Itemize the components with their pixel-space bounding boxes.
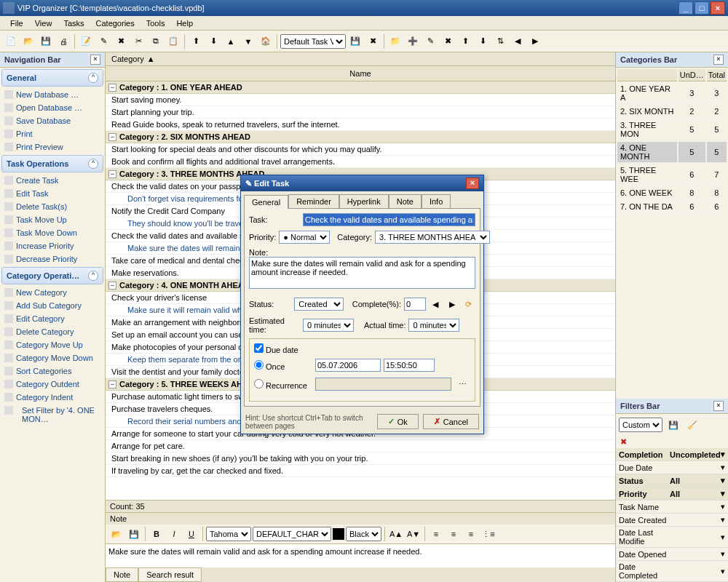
- nav-item[interactable]: Category Move Down: [0, 351, 105, 364]
- task-row[interactable]: Arrange for pet care.: [106, 440, 615, 453]
- complete-up-icon[interactable]: ▶: [446, 296, 459, 312]
- menu-help[interactable]: Help: [170, 17, 199, 29]
- status-select[interactable]: Created: [294, 298, 343, 311]
- nav-filter-item[interactable]: Set Filter by '4. ONE MON…: [0, 404, 105, 426]
- align-left-icon[interactable]: ≡: [428, 526, 444, 542]
- font-smaller-icon[interactable]: A▼: [405, 526, 422, 542]
- taskview-select[interactable]: Default Task V: [280, 34, 346, 49]
- priority-select[interactable]: ● Normal: [279, 231, 330, 244]
- collapse-icon[interactable]: −: [108, 282, 116, 290]
- navbar-pin-icon[interactable]: ×: [90, 55, 100, 65]
- sort-cat-icon[interactable]: ⇅: [492, 33, 508, 49]
- filter-row[interactable]: PriorityAll▾: [616, 487, 728, 501]
- filter-row[interactable]: Date Last Modifie▾: [616, 527, 728, 548]
- complete-down-icon[interactable]: ◀: [429, 296, 443, 312]
- delete-cat-icon[interactable]: ✖: [440, 33, 456, 49]
- collapse-icon[interactable]: −: [108, 170, 116, 178]
- nav-item[interactable]: Save Database: [0, 114, 105, 127]
- maximize-button[interactable]: □: [695, 1, 709, 15]
- italic-icon[interactable]: I: [166, 526, 182, 542]
- recurrence-input[interactable]: [315, 378, 451, 391]
- nav-item[interactable]: Delete Category: [0, 325, 105, 338]
- nav-item[interactable]: Category Move Up: [0, 338, 105, 351]
- cat-down-icon[interactable]: ⬇: [475, 33, 491, 49]
- category-list-row[interactable]: 4. ONE MONTH55: [617, 142, 727, 163]
- esttime-select[interactable]: 0 minutes: [303, 319, 354, 332]
- nav-section-catops[interactable]: Category Operati…^: [1, 267, 103, 284]
- new-cat-icon[interactable]: 📁: [387, 33, 403, 49]
- collapse-icon[interactable]: −: [108, 380, 116, 388]
- filter-row[interactable]: CompletionUncompleted▾: [616, 448, 728, 461]
- underline-icon[interactable]: U: [183, 526, 199, 542]
- dialog-tab-general[interactable]: General: [244, 195, 288, 209]
- ok-button[interactable]: Ok: [377, 414, 419, 429]
- nav-item[interactable]: Print Preview: [0, 140, 105, 154]
- dialog-titlebar[interactable]: ✎ Edit Task ×: [241, 175, 483, 191]
- category-list-row[interactable]: 2. SIX MONTH22: [617, 105, 727, 118]
- align-center-icon[interactable]: ≡: [446, 526, 462, 542]
- dialog-tab-reminder[interactable]: Reminder: [288, 194, 339, 208]
- category-select[interactable]: 3. THREE MONTHS AHEA: [375, 231, 490, 244]
- edit-task-icon[interactable]: ✎: [95, 33, 111, 49]
- align-right-icon[interactable]: ≡: [463, 526, 479, 542]
- filter-save-icon[interactable]: 💾: [665, 417, 681, 433]
- paste-icon[interactable]: 📋: [165, 33, 181, 49]
- dialog-tab-info[interactable]: Info: [422, 194, 451, 208]
- filter-delete-icon[interactable]: ✖: [620, 437, 627, 446]
- menu-categories[interactable]: Categories: [90, 17, 141, 29]
- print-icon[interactable]: 🖨: [55, 33, 71, 49]
- dialog-tab-hyperlink[interactable]: Hyperlink: [339, 194, 389, 208]
- new-task-icon[interactable]: 📝: [78, 33, 94, 49]
- catbar-pin-icon[interactable]: ×: [713, 55, 724, 65]
- recurrence-browse-icon[interactable]: ⋯: [454, 376, 470, 392]
- bold-icon[interactable]: B: [149, 526, 165, 542]
- nav-item[interactable]: Sort Categories: [0, 364, 105, 378]
- minimize-button[interactable]: _: [678, 1, 693, 15]
- category-row[interactable]: −Category : 2. SIX MONTHS AHEAD: [106, 131, 615, 143]
- category-list-row[interactable]: 1. ONE YEAR A33: [617, 83, 727, 104]
- category-row[interactable]: −Category : 1. ONE YEAR AHEAD: [106, 81, 615, 94]
- note-editor[interactable]: Make sure the dates will remain valid an…: [106, 544, 615, 567]
- filter-row[interactable]: Date Opened▾: [616, 548, 728, 561]
- nav-item[interactable]: Print: [0, 127, 105, 140]
- note-open-icon[interactable]: 📂: [108, 526, 124, 542]
- outdent-icon[interactable]: ◀: [510, 33, 526, 49]
- duedate-checkbox[interactable]: Due date: [254, 346, 298, 354]
- task-row[interactable]: Read Guide books, speak to returned trav…: [106, 119, 615, 131]
- task-row[interactable]: If traveling by car, get the car checked…: [106, 465, 615, 477]
- nav-item[interactable]: Create Task: [0, 174, 105, 187]
- category-grouping-header[interactable]: Category ▲: [106, 52, 615, 66]
- charset-select[interactable]: DEFAULT_CHAR: [253, 527, 331, 541]
- cat-up-icon[interactable]: ⬆: [457, 33, 473, 49]
- nav-item[interactable]: Category Indent: [0, 391, 105, 404]
- nav-item[interactable]: New Database …: [0, 88, 105, 101]
- priority-up-icon[interactable]: ▲: [223, 33, 239, 49]
- task-name-input[interactable]: [303, 213, 475, 226]
- save-db-icon[interactable]: 💾: [38, 33, 54, 49]
- acttime-select[interactable]: 0 minutes: [408, 319, 459, 332]
- filter-row[interactable]: Due Date▾: [616, 461, 728, 474]
- menu-tools[interactable]: Tools: [141, 17, 171, 29]
- dialog-tab-note[interactable]: Note: [389, 194, 422, 208]
- delete-view-icon[interactable]: ✖: [365, 33, 381, 49]
- menu-file[interactable]: File: [4, 17, 29, 29]
- nav-item[interactable]: Open Database …: [0, 101, 105, 114]
- category-list-row[interactable]: 7. ON THE DA66: [617, 201, 727, 213]
- task-row[interactable]: Start planning your trip.: [106, 106, 615, 119]
- task-row[interactable]: Start saving money.: [106, 94, 615, 106]
- note-tab[interactable]: Search result: [138, 567, 202, 582]
- nav-item[interactable]: Task Move Down: [0, 226, 105, 239]
- priority-down-icon[interactable]: ▼: [240, 33, 256, 49]
- edit-cat-icon[interactable]: ✎: [422, 33, 438, 49]
- task-row[interactable]: Start breaking in new shoes (if any) you…: [106, 453, 615, 465]
- nav-section-taskops[interactable]: Task Operations^: [1, 155, 103, 172]
- name-column-header[interactable]: Name: [106, 66, 615, 81]
- home-icon[interactable]: 🏠: [258, 33, 274, 49]
- note-textarea[interactable]: Make sure the dates will remain valid an…: [249, 257, 475, 289]
- nav-item[interactable]: Edit Category: [0, 312, 105, 325]
- category-list-row[interactable]: 6. ONE WEEK88: [617, 187, 727, 199]
- menu-view[interactable]: View: [29, 17, 58, 29]
- bullets-icon[interactable]: ⋮≡: [480, 526, 496, 542]
- complete-input[interactable]: [404, 298, 426, 311]
- nav-item[interactable]: Category Outdent: [0, 378, 105, 391]
